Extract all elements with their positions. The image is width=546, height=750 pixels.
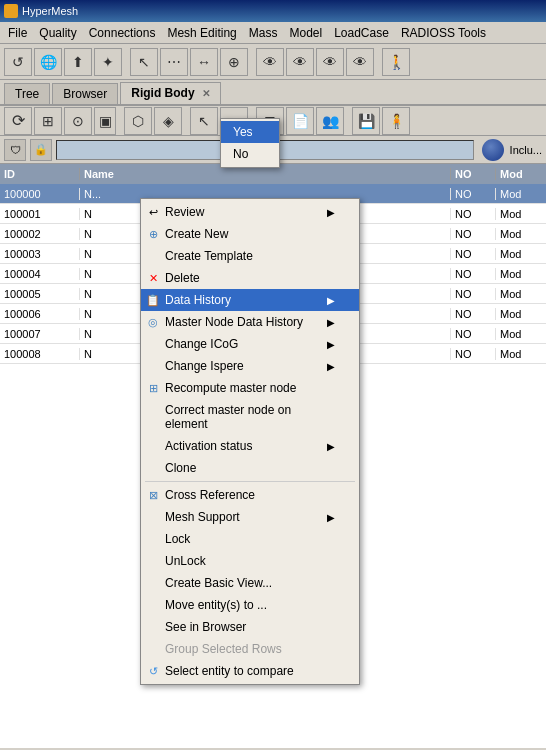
create-new-icon: ⊕ — [145, 226, 161, 242]
tb-eye2[interactable]: 👁 — [286, 48, 314, 76]
tb2-cursor2[interactable]: ↖ — [190, 107, 218, 135]
tb2-refresh[interactable]: ⟳ — [4, 107, 32, 135]
cell-mod: Mod — [496, 228, 546, 240]
cm-see-browser-label: See in Browser — [165, 620, 246, 634]
menu-loadcase[interactable]: LoadCase — [328, 24, 395, 42]
tab-browser[interactable]: Browser — [52, 83, 118, 104]
cm-change-icog[interactable]: Change ICoG ▶ — [141, 333, 359, 355]
tb2-doc[interactable]: 📄 — [286, 107, 314, 135]
cm-review[interactable]: ↩ Review ▶ — [141, 201, 359, 223]
col-id-header: ID — [0, 168, 80, 180]
menu-connections[interactable]: Connections — [83, 24, 162, 42]
cross-ref-icon: ⊠ — [145, 487, 161, 503]
col-mod-header: Mod — [496, 168, 546, 180]
menu-bar: File Quality Connections Mesh Editing Ma… — [0, 22, 546, 44]
tb2-small1[interactable]: ▣ — [94, 107, 116, 135]
cm-see-browser[interactable]: See in Browser — [141, 616, 359, 638]
tb-eye1[interactable]: 👁 — [256, 48, 284, 76]
cm-unlock[interactable]: UnLock — [141, 550, 359, 572]
cm-create-template-label: Create Template — [165, 249, 253, 263]
cm-recompute-label: Recompute master node — [165, 381, 296, 395]
tb-globe[interactable]: 🌐 — [34, 48, 62, 76]
tab-bar: Tree Browser Rigid Body ✕ — [0, 80, 546, 106]
cell-mod: Mod — [496, 248, 546, 260]
tb2-people[interactable]: 👥 — [316, 107, 344, 135]
recompute-icon: ⊞ — [145, 380, 161, 396]
cm-mesh-support[interactable]: Mesh Support ▶ — [141, 506, 359, 528]
cm-cross-ref[interactable]: ⊠ Cross Reference — [141, 484, 359, 506]
cm-select-compare[interactable]: ↺ Select entity to compare — [141, 660, 359, 682]
cm-lock-label: Lock — [165, 532, 190, 546]
review-arrow: ▶ — [327, 207, 335, 218]
menu-mesh-editing[interactable]: Mesh Editing — [161, 24, 242, 42]
title-bar: HyperMesh — [0, 0, 546, 22]
tb-figure[interactable]: 🚶 — [382, 48, 410, 76]
cell-mod: Mod — [496, 188, 546, 200]
cm-delete[interactable]: ✕ Delete — [141, 267, 359, 289]
cell-no: NO — [451, 328, 496, 340]
cm-clone[interactable]: Clone — [141, 457, 359, 479]
cm-correct-label: Correct master node on element — [165, 403, 335, 431]
tb2-person[interactable]: 🧍 — [382, 107, 410, 135]
cell-mod: Mod — [496, 308, 546, 320]
cm-icog-label: Change ICoG — [165, 337, 238, 351]
cm-mesh-label: Mesh Support — [165, 510, 240, 524]
mesh-arrow: ▶ — [327, 512, 335, 523]
tb2-cube[interactable]: ⬡ — [124, 107, 152, 135]
cm-lock[interactable]: Lock — [141, 528, 359, 550]
tab-close[interactable]: ✕ — [202, 88, 210, 99]
tb2-save[interactable]: 💾 — [352, 107, 380, 135]
cell-no: NO — [451, 308, 496, 320]
cm-create-new-label: Create New — [165, 227, 228, 241]
cm-master-node-history[interactable]: ◎ Master Node Data History ▶ — [141, 311, 359, 333]
tb-nodes[interactable]: ⋯ — [160, 48, 188, 76]
cell-id: 100001 — [0, 208, 80, 220]
cell-mod: Mod — [496, 348, 546, 360]
cm-delete-label: Delete — [165, 271, 200, 285]
app-icon — [4, 4, 18, 18]
cell-no: NO — [451, 248, 496, 260]
menu-mass[interactable]: Mass — [243, 24, 284, 42]
cell-no: NO — [451, 348, 496, 360]
cm-activation[interactable]: Activation status ▶ — [141, 435, 359, 457]
submenu-yes[interactable]: Yes — [221, 121, 279, 143]
tb-cursor[interactable]: ↖ — [130, 48, 158, 76]
cm-data-history[interactable]: 📋 Data History ▶ — [141, 289, 359, 311]
cm-create-basic-view[interactable]: Create Basic View... — [141, 572, 359, 594]
tb-plus-arrows[interactable]: ⊕ — [220, 48, 248, 76]
cell-mod: Mod — [496, 288, 546, 300]
cell-id: 100000 — [0, 188, 80, 200]
tab-rigid-body[interactable]: Rigid Body ✕ — [120, 82, 221, 104]
cm-recompute[interactable]: ⊞ Recompute master node — [141, 377, 359, 399]
cm-correct-master[interactable]: Correct master node on element — [141, 399, 359, 435]
cm-review-label: Review — [165, 205, 204, 219]
cm-change-ispere[interactable]: Change Ispere ▶ — [141, 355, 359, 377]
tb2-diamond[interactable]: ◈ — [154, 107, 182, 135]
tb-eye3[interactable]: 👁 — [316, 48, 344, 76]
cell-no: NO — [451, 268, 496, 280]
cm-unlock-label: UnLock — [165, 554, 206, 568]
menu-quality[interactable]: Quality — [33, 24, 82, 42]
cm-move-entity[interactable]: Move entity(s) to ... — [141, 594, 359, 616]
tb-eye4[interactable]: 👁 — [346, 48, 374, 76]
cm-create-template[interactable]: Create Template — [141, 245, 359, 267]
cm-create-new[interactable]: ⊕ Create New — [141, 223, 359, 245]
tb-refresh[interactable]: ↺ — [4, 48, 32, 76]
menu-file[interactable]: File — [2, 24, 33, 42]
tb-star[interactable]: ✦ — [94, 48, 122, 76]
menu-model[interactable]: Model — [283, 24, 328, 42]
cell-no: NO — [451, 208, 496, 220]
cell-no: NO — [451, 288, 496, 300]
tab-tree[interactable]: Tree — [4, 83, 50, 104]
cm-move-label: Move entity(s) to ... — [165, 598, 267, 612]
submenu-no[interactable]: No — [221, 143, 279, 165]
data-history-submenu: Yes No — [220, 118, 280, 168]
tb-upload[interactable]: ⬆ — [64, 48, 92, 76]
shield-icon: 🛡 — [4, 139, 26, 161]
cell-mod: Mod — [496, 268, 546, 280]
tb2-view[interactable]: ⊙ — [64, 107, 92, 135]
menu-radioss[interactable]: RADIOSS Tools — [395, 24, 492, 42]
sphere-icon — [482, 139, 504, 161]
tb-arrows[interactable]: ↔ — [190, 48, 218, 76]
tb2-layout[interactable]: ⊞ — [34, 107, 62, 135]
